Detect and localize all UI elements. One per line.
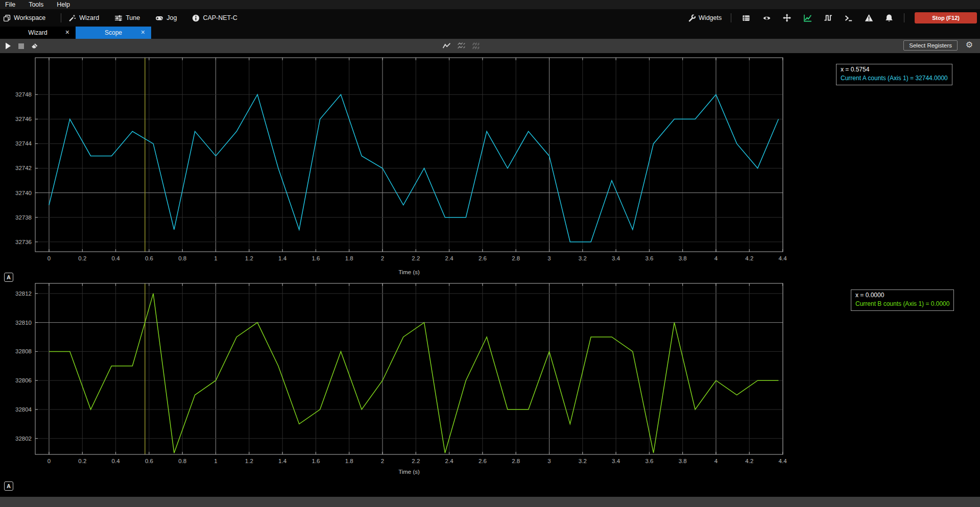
- tab-scope[interactable]: Scope ×: [76, 27, 151, 39]
- svg-text:32746: 32746: [15, 116, 32, 122]
- svg-text:3.8: 3.8: [679, 255, 687, 261]
- menu-tools[interactable]: Tools: [29, 1, 43, 8]
- svg-text:0.2: 0.2: [78, 255, 86, 261]
- scope-chart-current-a[interactable]: 00.20.40.60.811.21.41.61.822.22.42.62.83…: [0, 53, 980, 284]
- warning-icon[interactable]: [863, 12, 874, 23]
- notifications-bell-icon[interactable]: [883, 12, 895, 23]
- tab-label: Wizard: [28, 29, 47, 36]
- svg-text:32802: 32802: [15, 436, 32, 442]
- select-registers-button[interactable]: Select Registers: [903, 40, 958, 51]
- tooltip-series-value: Current A counts (Axis 1) = 32744.0000: [841, 74, 948, 83]
- svg-text:32810: 32810: [15, 320, 32, 326]
- tab-bar: Wizard × Scope ×: [0, 27, 980, 39]
- wand-icon: [68, 14, 76, 22]
- svg-text:4: 4: [714, 255, 718, 261]
- svg-text:32744: 32744: [15, 140, 32, 147]
- svg-text:32742: 32742: [15, 165, 32, 171]
- stop-capture-icon[interactable]: [18, 43, 24, 49]
- scope-chart-icon[interactable]: [802, 12, 813, 23]
- watch-eye-icon[interactable]: [761, 12, 772, 23]
- jog-icon: [155, 14, 163, 22]
- jog-button[interactable]: Jog: [155, 14, 177, 22]
- play-icon[interactable]: [5, 42, 11, 50]
- widgets-label: Widgets: [699, 14, 722, 21]
- scope-toolbar: Select Registers ⚙: [0, 39, 980, 53]
- dual-trace-icon[interactable]: [457, 42, 466, 50]
- info-icon: [192, 14, 200, 22]
- svg-text:2.6: 2.6: [479, 458, 487, 464]
- svg-text:1.6: 1.6: [312, 255, 320, 261]
- widgets-button[interactable]: Widgets: [688, 14, 722, 22]
- svg-text:32748: 32748: [15, 91, 32, 98]
- jog-label: Jog: [166, 14, 177, 21]
- svg-text:0.8: 0.8: [178, 255, 186, 261]
- single-trace-icon[interactable]: [442, 42, 451, 50]
- cursor-tooltip-a: x = 0.5754 Current A counts (Axis 1) = 3…: [836, 64, 952, 85]
- svg-text:32738: 32738: [15, 214, 32, 221]
- wizard-button[interactable]: Wizard: [68, 14, 99, 22]
- svg-text:0.8: 0.8: [178, 458, 186, 464]
- wrench-icon: [688, 14, 696, 22]
- tune-icon: [114, 14, 123, 22]
- svg-text:3.2: 3.2: [579, 458, 587, 464]
- svg-text:4.2: 4.2: [745, 458, 753, 464]
- tune-button[interactable]: Tune: [114, 14, 140, 22]
- svg-text:3.8: 3.8: [679, 458, 687, 464]
- tooltip-x-value: x = 0.5754: [841, 65, 948, 74]
- svg-text:2: 2: [381, 255, 384, 261]
- svg-text:2.2: 2.2: [412, 255, 420, 261]
- close-icon[interactable]: ×: [65, 28, 69, 36]
- workspace-label: Workspace: [14, 14, 45, 21]
- move-icon[interactable]: [781, 12, 793, 23]
- svg-text:2: 2: [381, 458, 384, 464]
- svg-text:0: 0: [47, 255, 51, 261]
- quad-trace-icon[interactable]: [472, 42, 481, 50]
- workspace-button[interactable]: Workspace: [3, 14, 45, 22]
- svg-text:3.4: 3.4: [612, 458, 620, 464]
- svg-text:2.2: 2.2: [412, 458, 420, 464]
- series-line: [49, 294, 778, 453]
- svg-text:1.2: 1.2: [245, 255, 253, 261]
- svg-text:1.8: 1.8: [345, 458, 353, 464]
- svg-text:2.8: 2.8: [512, 255, 520, 261]
- chart-layout-group: [442, 42, 481, 50]
- svg-text:4.4: 4.4: [779, 458, 787, 464]
- close-icon[interactable]: ×: [141, 28, 145, 36]
- gear-icon[interactable]: ⚙: [966, 40, 973, 50]
- clear-eraser-icon[interactable]: [31, 42, 38, 50]
- autoscale-button-a[interactable]: A: [4, 273, 13, 282]
- device-button[interactable]: CAP-NET-C: [192, 14, 237, 22]
- svg-text:3: 3: [547, 458, 551, 464]
- svg-text:4.4: 4.4: [779, 255, 787, 261]
- svg-text:1: 1: [214, 458, 217, 464]
- cursor-tooltip-b: x = 0.0000 Current B counts (Axis 1) = 0…: [851, 289, 954, 311]
- terminal-icon[interactable]: [843, 12, 854, 23]
- device-label: CAP-NET-C: [203, 14, 237, 21]
- menu-help[interactable]: Help: [57, 1, 70, 8]
- menu-file[interactable]: File: [5, 1, 15, 8]
- stop-button[interactable]: Stop (F12): [915, 12, 977, 23]
- svg-text:1: 1: [214, 255, 217, 261]
- registers-table-icon[interactable]: [740, 12, 752, 23]
- svg-text:1.8: 1.8: [345, 255, 353, 261]
- tune-label: Tune: [126, 14, 140, 21]
- menu-bar: File Tools Help: [0, 0, 980, 9]
- status-bar: [0, 497, 980, 507]
- svg-text:4: 4: [714, 458, 718, 464]
- toolbar-separator: [61, 13, 61, 22]
- square-wave-icon[interactable]: [822, 12, 833, 23]
- svg-text:32812: 32812: [15, 291, 32, 297]
- tab-label: Scope: [105, 29, 122, 36]
- svg-text:3.6: 3.6: [645, 255, 653, 261]
- application-window: File Tools Help Workspace Wizard: [0, 0, 980, 507]
- toolbar-right-group: Widgets: [688, 12, 977, 23]
- svg-text:3.6: 3.6: [645, 458, 653, 464]
- autoscale-button-b[interactable]: A: [4, 481, 13, 491]
- svg-text:1.4: 1.4: [278, 458, 287, 464]
- workspace-icon: [3, 14, 11, 22]
- tab-wizard[interactable]: Wizard ×: [0, 27, 76, 39]
- toolbar-separator: [904, 13, 904, 22]
- scope-chart-current-b[interactable]: 00.20.40.60.811.21.41.61.822.22.42.62.83…: [0, 280, 980, 497]
- svg-text:0.4: 0.4: [112, 458, 121, 464]
- svg-text:Time (s): Time (s): [398, 469, 420, 475]
